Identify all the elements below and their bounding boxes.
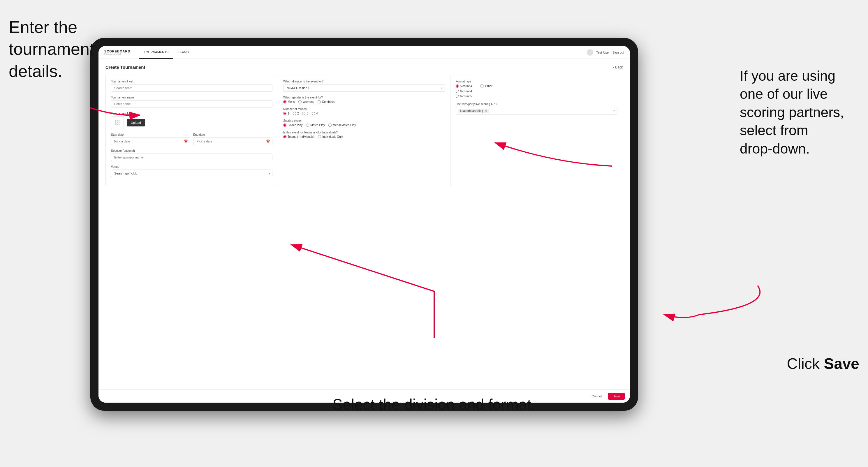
- rounds-radio-group: 1 2 3 4: [283, 112, 445, 115]
- tournament-host-label: Tournament Host: [111, 80, 273, 83]
- venue-select-wrapper: Search golf club: [111, 169, 273, 177]
- user-avatar: [587, 49, 593, 56]
- division-group: Which division is the event for? NCAA Di…: [283, 80, 445, 92]
- end-date-input[interactable]: [193, 137, 273, 145]
- rounds-4[interactable]: 4: [312, 112, 318, 115]
- rounds-2-radio[interactable]: [293, 112, 296, 115]
- format-5c4-radio[interactable]: [456, 85, 459, 88]
- form-col-1: Tournament Host Tournament name Tourname…: [106, 75, 278, 186]
- rounds-2[interactable]: 2: [293, 112, 299, 115]
- tab-teams[interactable]: TEAMS: [173, 46, 193, 59]
- annotation-enter-tournament: Enter thetournamentdetails.: [9, 16, 94, 82]
- page-header: Create Tournament Back: [105, 65, 623, 70]
- rounds-1-label: 1: [287, 112, 289, 115]
- venue-group: Venue Search golf club: [111, 165, 273, 177]
- scoring-medal-radio[interactable]: [329, 124, 332, 127]
- gender-label: Which gender is the event for?: [283, 96, 445, 99]
- scoring-match[interactable]: Match Play: [306, 124, 324, 127]
- live-scoring-chevron: ▾: [613, 109, 615, 113]
- rounds-3[interactable]: 3: [302, 112, 308, 115]
- back-button[interactable]: Back: [613, 65, 623, 69]
- event-for-label: Is this event for Teams and/or Individua…: [283, 131, 445, 134]
- scoring-stroke-label: Stroke Play: [287, 124, 303, 127]
- format-6c5-label: 6 count 5: [460, 95, 472, 98]
- gender-mens[interactable]: Mens: [283, 100, 294, 103]
- event-teams-radio[interactable]: [283, 135, 286, 138]
- gender-womens[interactable]: Womens: [298, 100, 314, 103]
- cancel-button[interactable]: Cancel: [588, 393, 605, 400]
- format-other[interactable]: Other: [480, 84, 492, 88]
- form-col-3: Format type 5 count 4 Other: [451, 75, 623, 186]
- format-row-1: 5 count 4 Other: [456, 84, 617, 88]
- tournament-name-label: Tournament name: [111, 96, 273, 99]
- date-row: Start date 📅 End date: [111, 133, 273, 145]
- event-for-radio-group: Teams (+Individuals) Individuals Only: [283, 135, 445, 138]
- page-title: Create Tournament: [105, 65, 145, 70]
- gender-mens-radio[interactable]: [283, 100, 286, 103]
- scoring-radio-group: Stroke Play Match Play Medal Match Play: [283, 124, 445, 127]
- format-other-radio[interactable]: [480, 84, 484, 88]
- tab-tournaments[interactable]: TOURNAMENTS: [139, 46, 173, 59]
- sponsor-group: Sponsor (optional): [111, 149, 273, 161]
- format-type-group: Format type 5 count 4 Other: [456, 80, 617, 98]
- nav-bar: SCOREBOARD Powered by clippit TOURNAMENT…: [98, 46, 630, 59]
- event-individuals[interactable]: Individuals Only: [318, 135, 343, 138]
- scoring-stroke[interactable]: Stroke Play: [283, 124, 303, 127]
- format-6c4[interactable]: 6 count 4: [456, 90, 472, 93]
- main-content: Create Tournament Back Tournament Host T…: [98, 59, 630, 390]
- start-date-group: Start date 📅: [111, 133, 190, 145]
- format-6c5-radio[interactable]: [456, 95, 459, 98]
- format-5c4[interactable]: 5 count 4: [456, 85, 472, 88]
- form-grid: Tournament Host Tournament name Tourname…: [105, 75, 623, 186]
- tournament-logo-group: Tournament logo 🖼 Upload: [111, 112, 273, 129]
- format-type-label: Format type: [456, 80, 617, 83]
- live-scoring-input[interactable]: Leaderboard King ✕ ▾: [456, 107, 617, 115]
- event-teams[interactable]: Teams (+Individuals): [283, 135, 314, 138]
- live-scoring-clear[interactable]: ✕: [485, 110, 487, 113]
- save-button[interactable]: Save: [608, 393, 625, 400]
- format-row-3: 6 count 5: [456, 95, 617, 98]
- format-6c4-label: 6 count 4: [460, 90, 472, 93]
- scoring-match-radio[interactable]: [306, 124, 309, 127]
- logo-upload-area: 🖼 Upload: [111, 116, 273, 129]
- end-date-label: End date: [193, 133, 273, 136]
- event-for-group: Is this event for Teams and/or Individua…: [283, 131, 445, 138]
- scoring-medal-label: Medal Match Play: [333, 124, 356, 127]
- gender-combined-radio[interactable]: [318, 100, 321, 103]
- user-info[interactable]: Test User | Sign out: [596, 51, 624, 54]
- gender-radio-group: Mens Womens Combined: [283, 100, 445, 103]
- form-col-2: Which division is the event for? NCAA Di…: [278, 75, 450, 186]
- annotation-if-using: If you are usingone of our livescoring p…: [740, 67, 862, 158]
- format-5c4-label: 5 count 4: [460, 85, 472, 88]
- tablet-device: SCOREBOARD Powered by clippit TOURNAMENT…: [90, 38, 638, 411]
- tournament-name-input[interactable]: [111, 100, 273, 108]
- scoring-stroke-radio[interactable]: [283, 124, 286, 127]
- live-scoring-group: Use third-party live scoring API? Leader…: [456, 102, 617, 115]
- scoring-medal[interactable]: Medal Match Play: [329, 124, 356, 127]
- start-date-input[interactable]: [111, 137, 190, 145]
- rounds-1-radio[interactable]: [283, 112, 286, 115]
- venue-select[interactable]: Search golf club: [111, 169, 273, 177]
- annotation-select-division: Select the division and format.: [333, 395, 535, 414]
- rounds-4-radio[interactable]: [312, 112, 315, 115]
- rounds-2-label: 2: [297, 112, 299, 115]
- division-select-wrapper: NCAA Division I NCAA Division II NCAA Di…: [283, 84, 445, 92]
- sponsor-input[interactable]: [111, 154, 273, 161]
- upload-button[interactable]: Upload: [127, 119, 145, 126]
- rounds-1[interactable]: 1: [283, 112, 289, 115]
- app-container: SCOREBOARD Powered by clippit TOURNAMENT…: [98, 46, 630, 403]
- division-select[interactable]: NCAA Division I NCAA Division II NCAA Di…: [283, 84, 445, 92]
- gender-womens-radio[interactable]: [298, 100, 302, 103]
- format-options: 5 count 4 Other 6 count 4: [456, 84, 617, 98]
- event-individuals-radio[interactable]: [318, 135, 321, 138]
- calendar-icon: 📅: [184, 139, 188, 143]
- date-group: Start date 📅 End date: [111, 133, 273, 145]
- gender-combined[interactable]: Combined: [318, 100, 335, 103]
- logo-title: SCOREBOARD: [104, 50, 130, 53]
- tournament-host-input[interactable]: [111, 84, 273, 92]
- app-logo: SCOREBOARD Powered by clippit: [104, 50, 130, 55]
- format-6c4-radio[interactable]: [456, 90, 459, 93]
- gender-combined-label: Combined: [322, 100, 335, 103]
- format-6c5[interactable]: 6 count 5: [456, 95, 472, 98]
- rounds-3-radio[interactable]: [302, 112, 305, 115]
